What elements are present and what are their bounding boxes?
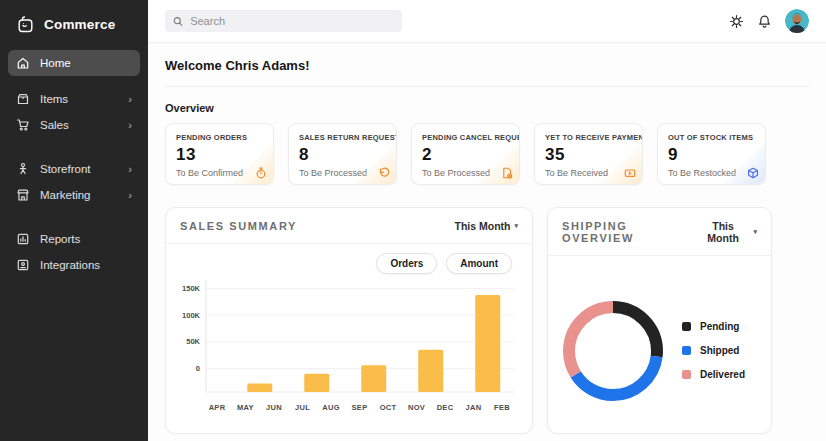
svg-text:FEB: FEB <box>494 403 510 412</box>
sidebar-item-sales[interactable]: Sales › <box>8 112 140 138</box>
svg-text:JAN: JAN <box>466 403 482 412</box>
sidebar-item-label: Marketing <box>40 189 91 201</box>
chevron-right-icon: › <box>128 120 132 131</box>
legend-swatch-icon <box>682 322 691 331</box>
svg-text:MAY: MAY <box>237 403 254 412</box>
chevron-down-icon: ▾ <box>514 222 518 230</box>
legend-label: Delivered <box>700 369 745 380</box>
return-arrow-icon <box>378 167 390 179</box>
stat-card-out-of-stock[interactable]: OUT OF STOCK ITEMS 9 To Be Restocked <box>657 123 766 185</box>
user-avatar[interactable] <box>785 9 809 33</box>
sidebar-item-marketing[interactable]: Marketing › <box>8 182 140 208</box>
shipping-overview-title: SHIPPING OVERVIEW <box>562 220 697 244</box>
payment-card-icon <box>624 167 636 179</box>
shipping-period-dropdown[interactable]: This Month ▾ <box>697 220 757 244</box>
stat-value: 13 <box>176 145 263 165</box>
home-icon <box>16 56 30 70</box>
svg-text:OCT: OCT <box>380 403 397 412</box>
sidebar-nav: Home Items › Sales › Storefront › <box>0 50 148 278</box>
stat-title: PENDING CANCEL REQUESTS <box>422 133 509 142</box>
notifications-button[interactable] <box>757 14 772 29</box>
svg-text:100K: 100K <box>182 311 201 320</box>
svg-text:APR: APR <box>209 403 226 412</box>
shipping-overview-panel: SHIPPING OVERVIEW This Month ▾ PendingSh… <box>547 207 772 434</box>
svg-text:150K: 150K <box>182 284 201 293</box>
svg-text:0: 0 <box>196 364 200 373</box>
svg-text:NOV: NOV <box>408 403 425 412</box>
sidebar-item-label: Items <box>40 93 68 105</box>
sales-cart-icon <box>16 118 30 132</box>
svg-text:JUN: JUN <box>266 403 282 412</box>
sales-bar-chart: 150K100K50K0APRMAYJUNJULAUGSEPOCTNOVDECJ… <box>176 274 522 424</box>
sales-summary-title: SALES SUMMARY <box>180 220 297 232</box>
orders-toggle-button[interactable]: Orders <box>376 253 437 274</box>
chevron-right-icon: › <box>128 94 132 105</box>
svg-text:JUL: JUL <box>295 403 310 412</box>
sidebar: Commerce Home Items › Sales › <box>0 0 148 441</box>
svg-text:50K: 50K <box>186 337 200 346</box>
stat-cards-row: PENDING ORDERS 13 To Be Confirmed SALES … <box>165 123 809 185</box>
chevron-right-icon: › <box>128 190 132 201</box>
settings-button[interactable] <box>729 14 744 29</box>
stat-title: YET TO RECEIVE PAYMENTS <box>545 133 632 142</box>
stat-value: 9 <box>668 145 755 165</box>
stat-card-sales-returns[interactable]: SALES RETURN REQUESTS 8 To Be Processed <box>288 123 397 185</box>
app-logo: Commerce <box>0 0 148 50</box>
welcome-heading: Welcome Chris Adams! <box>165 58 809 73</box>
marketing-store-icon <box>16 188 30 202</box>
sidebar-item-label: Storefront <box>40 163 91 175</box>
sidebar-item-home[interactable]: Home <box>8 50 140 76</box>
legend-item-pending: Pending <box>682 321 745 332</box>
stopwatch-icon <box>255 167 267 179</box>
overview-heading: Overview <box>165 102 809 114</box>
chevron-right-icon: › <box>128 164 132 175</box>
app-name: Commerce <box>44 17 115 32</box>
legend-label: Pending <box>700 321 739 332</box>
bell-icon <box>757 14 772 29</box>
sidebar-item-items[interactable]: Items › <box>8 86 140 112</box>
divider <box>165 86 809 87</box>
legend-swatch-icon <box>682 370 691 379</box>
integrations-icon <box>16 258 30 272</box>
charts-row: SALES SUMMARY This Month ▾ Orders Amount… <box>165 207 809 434</box>
legend-label: Shipped <box>700 345 739 356</box>
sidebar-item-integrations[interactable]: Integrations <box>8 252 140 278</box>
sidebar-item-storefront[interactable]: Storefront › <box>8 156 140 182</box>
avatar-image <box>785 9 809 33</box>
sales-period-dropdown[interactable]: This Month ▾ <box>454 220 518 232</box>
shipping-legend: PendingShippedDelivered <box>682 321 745 380</box>
sidebar-item-label: Sales <box>40 119 69 131</box>
amount-toggle-button[interactable]: Amount <box>446 253 512 274</box>
stat-title: SALES RETURN REQUESTS <box>299 133 386 142</box>
shipping-donut-chart <box>561 299 665 403</box>
legend-swatch-icon <box>682 346 691 355</box>
stock-box-icon <box>747 167 759 179</box>
sidebar-item-reports[interactable]: Reports <box>8 226 140 252</box>
chevron-down-icon: ▾ <box>753 228 757 236</box>
svg-text:SEP: SEP <box>352 403 368 412</box>
stat-card-pending-cancels[interactable]: PENDING CANCEL REQUESTS 2 To Be Processe… <box>411 123 520 185</box>
search-box[interactable] <box>165 10 402 32</box>
commerce-bag-icon <box>16 15 35 34</box>
sidebar-item-label: Reports <box>40 233 80 245</box>
stat-title: OUT OF STOCK ITEMS <box>668 133 755 142</box>
stat-value: 2 <box>422 145 509 165</box>
svg-text:DEC: DEC <box>437 403 454 412</box>
stat-card-pending-orders[interactable]: PENDING ORDERS 13 To Be Confirmed <box>165 123 274 185</box>
sidebar-item-label: Integrations <box>40 259 100 271</box>
main-content: Welcome Chris Adams! Overview PENDING OR… <box>148 43 826 441</box>
sidebar-item-label: Home <box>40 57 71 69</box>
items-icon <box>16 92 30 106</box>
gear-icon <box>729 14 744 29</box>
sales-summary-panel: SALES SUMMARY This Month ▾ Orders Amount… <box>165 207 533 434</box>
stat-card-payments[interactable]: YET TO RECEIVE PAYMENTS 35 To Be Receive… <box>534 123 643 185</box>
legend-item-shipped: Shipped <box>682 345 745 356</box>
stat-value: 35 <box>545 145 632 165</box>
svg-text:AUG: AUG <box>322 403 340 412</box>
stat-title: PENDING ORDERS <box>176 133 263 142</box>
search-input[interactable] <box>190 15 394 27</box>
stat-value: 8 <box>299 145 386 165</box>
storefront-person-icon <box>16 162 30 176</box>
topbar <box>148 0 826 43</box>
cancel-document-icon <box>501 167 513 179</box>
